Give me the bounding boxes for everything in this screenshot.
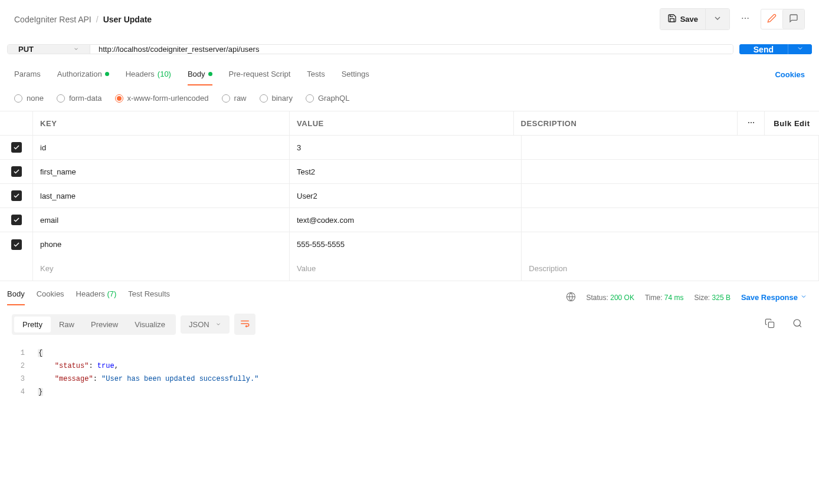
method-value: PUT (18, 45, 34, 54)
col-description: DESCRIPTION (514, 111, 738, 135)
body-type-raw[interactable]: raw (222, 94, 247, 103)
new-value-input[interactable] (297, 264, 514, 273)
row-value[interactable]: 3 (290, 136, 522, 159)
response-meta: Status: 200 OK Time: 74 ms Size: 325 B S… (566, 292, 808, 304)
chevron-down-icon (800, 293, 807, 302)
body-type-label: form-data (69, 94, 102, 103)
resp-tab-tests[interactable]: Test Results (128, 289, 170, 305)
save-response-button[interactable]: Save Response (741, 293, 807, 302)
table-more-button[interactable] (738, 111, 765, 135)
svg-point-1 (745, 18, 746, 19)
format-value: JSON (189, 320, 209, 329)
resp-tab-body[interactable]: Body (7, 289, 25, 305)
save-button[interactable]: Save (660, 9, 705, 29)
time-label: Time: (645, 294, 663, 302)
row-key[interactable]: email (33, 208, 290, 232)
row-value[interactable]: User2 (290, 184, 522, 207)
url-input[interactable] (90, 45, 733, 54)
send-button[interactable]: Send (739, 44, 788, 54)
tab-prerequest[interactable]: Pre-request Script (229, 64, 291, 85)
tab-params[interactable]: Params (14, 64, 41, 85)
edit-docs-button[interactable] (761, 9, 782, 29)
chevron-down-icon (215, 320, 221, 329)
breadcrumb-collection[interactable]: CodeIgniter Rest API (14, 15, 91, 24)
view-pretty[interactable]: Pretty (14, 317, 51, 332)
body-type-urlencoded[interactable]: x-www-form-urlencoded (115, 94, 209, 103)
tab-body-label: Body (188, 70, 205, 78)
table-row[interactable]: first_nameTest2 (0, 160, 819, 184)
row-description[interactable] (522, 160, 819, 183)
row-key[interactable]: last_name (33, 184, 290, 207)
row-description[interactable] (522, 136, 819, 159)
row-key[interactable]: first_name (33, 160, 290, 183)
tab-body[interactable]: Body (188, 64, 212, 85)
body-type-graphql[interactable]: GraphQL (306, 94, 349, 103)
row-value[interactable]: 555-555-5555 (290, 232, 522, 256)
method-select[interactable]: PUT (8, 45, 90, 54)
svg-point-2 (748, 18, 749, 19)
copy-response-button[interactable] (760, 314, 779, 335)
doc-actions (761, 9, 805, 29)
bulk-edit-button[interactable]: Bulk Edit (765, 111, 819, 135)
new-desc-input[interactable] (529, 264, 811, 273)
view-visualize[interactable]: Visualize (126, 317, 173, 332)
table-row[interactable]: emailtext@codex.com (0, 208, 819, 232)
more-options-button[interactable] (736, 9, 755, 29)
body-type-binary[interactable]: binary (260, 94, 293, 103)
col-key: KEY (33, 111, 290, 135)
status-label: Status: (587, 294, 608, 302)
comments-button[interactable] (782, 9, 804, 29)
row-checkbox[interactable] (11, 166, 22, 177)
code-content: { "status": true, "message": "User has b… (38, 347, 258, 398)
row-key[interactable]: phone (33, 232, 290, 256)
row-key[interactable]: id (33, 136, 290, 159)
row-value[interactable]: Test2 (290, 160, 522, 183)
save-response-label: Save Response (741, 293, 798, 302)
table-row[interactable]: phone555-555-5555 (0, 232, 819, 256)
copy-icon (765, 318, 775, 330)
tab-auth-label: Authorization (57, 70, 102, 78)
view-raw[interactable]: Raw (51, 317, 83, 332)
tab-tests[interactable]: Tests (307, 64, 325, 85)
response-body[interactable]: 1234 { "status": true, "message": "User … (0, 343, 819, 402)
table-header-row: KEY VALUE DESCRIPTION Bulk Edit (0, 111, 819, 136)
row-checkbox[interactable] (11, 239, 22, 250)
table-row[interactable]: id3 (0, 136, 819, 160)
resp-tab-headers[interactable]: Headers (7) (76, 289, 117, 305)
search-response-button[interactable] (788, 314, 807, 335)
code-key: "message" (55, 375, 93, 383)
body-type-label: GraphQL (318, 94, 349, 103)
format-select[interactable]: JSON (181, 315, 230, 334)
row-value[interactable]: text@codex.com (290, 208, 522, 232)
row-description[interactable] (522, 184, 819, 207)
tab-headers[interactable]: Headers (10) (126, 64, 171, 85)
body-type-formdata[interactable]: form-data (57, 94, 102, 103)
tab-settings[interactable]: Settings (342, 64, 369, 85)
row-description[interactable] (522, 232, 819, 256)
save-dropdown-button[interactable] (705, 9, 729, 29)
response-header: Body Cookies Headers (7) Test Results St… (0, 281, 819, 305)
chevron-down-icon (797, 45, 804, 54)
size-value: 325 B (712, 294, 730, 302)
cookies-link[interactable]: Cookies (775, 70, 805, 79)
pencil-icon (767, 14, 777, 25)
row-checkbox[interactable] (11, 215, 22, 225)
resp-tab-cookies[interactable]: Cookies (37, 289, 64, 305)
row-checkbox[interactable] (11, 142, 22, 153)
view-preview[interactable]: Preview (83, 317, 126, 332)
table-row[interactable]: last_nameUser2 (0, 184, 819, 208)
wrap-lines-button[interactable] (234, 314, 255, 335)
chevron-down-icon (73, 45, 79, 54)
breadcrumb-request: User Update (103, 15, 152, 24)
status-value: 200 OK (610, 294, 634, 302)
send-dropdown-button[interactable] (788, 44, 812, 54)
row-checkbox[interactable] (11, 190, 22, 201)
headers-count: (10) (158, 70, 171, 78)
new-key-input[interactable] (40, 264, 282, 273)
tab-authorization[interactable]: Authorization (57, 64, 109, 85)
new-param-row[interactable] (0, 256, 819, 281)
row-description[interactable] (522, 208, 819, 232)
request-url-row: PUT Send (0, 38, 819, 60)
globe-icon[interactable] (566, 292, 576, 304)
body-type-none[interactable]: none (14, 94, 44, 103)
